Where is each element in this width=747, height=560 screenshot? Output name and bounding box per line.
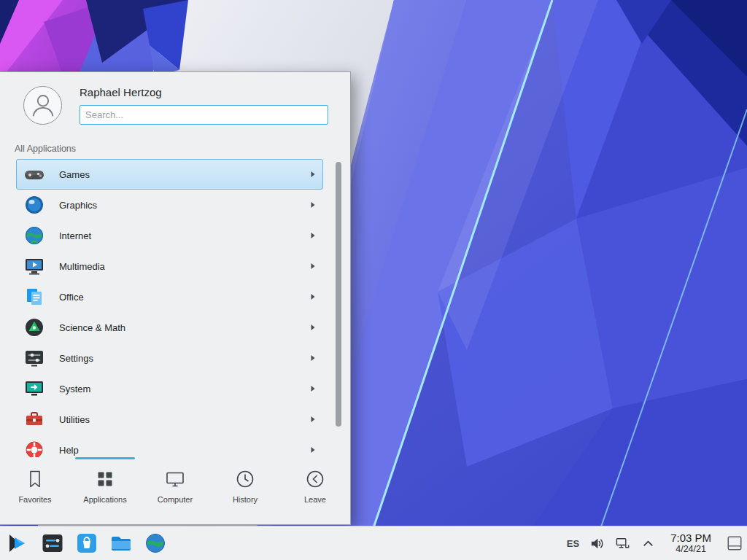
chevron-right-icon xyxy=(310,232,316,239)
utilities-icon xyxy=(24,409,44,429)
category-system[interactable]: System xyxy=(16,373,323,404)
system-tray: ES 7:03 PM 4/24/21 xyxy=(567,532,747,555)
settings-icon xyxy=(24,348,44,368)
user-avatar[interactable] xyxy=(23,86,62,125)
tab-computer[interactable]: Computer xyxy=(140,457,210,524)
chevron-right-icon xyxy=(310,416,316,423)
category-multimedia[interactable]: Multimedia xyxy=(16,251,323,281)
computer-monitor-icon xyxy=(164,468,186,490)
leave-icon xyxy=(304,468,326,490)
user-avatar-icon xyxy=(26,88,60,122)
application-launcher-button[interactable] xyxy=(7,532,30,555)
launcher-header: Raphael Hertzog xyxy=(0,72,350,138)
web-browser-button[interactable] xyxy=(144,532,167,555)
chevron-right-icon xyxy=(310,385,316,392)
clock-date: 4/24/21 xyxy=(670,544,711,554)
category-list-viewport: Games Graphics Internet Multimedia Offic… xyxy=(0,159,350,457)
tab-applications[interactable]: Applications xyxy=(70,457,140,524)
history-clock-icon xyxy=(234,468,256,490)
multimedia-icon xyxy=(24,256,44,276)
category-internet[interactable]: Internet xyxy=(16,220,323,251)
file-manager-icon xyxy=(110,532,132,554)
clock-time: 7:03 PM xyxy=(670,532,711,544)
graphics-icon xyxy=(24,195,44,215)
category-games[interactable]: Games xyxy=(16,159,323,190)
show-desktop-icon xyxy=(726,534,743,552)
favorites-bookmark-icon xyxy=(24,468,46,490)
category-office[interactable]: Office xyxy=(16,281,323,312)
file-manager-button[interactable] xyxy=(109,532,133,555)
chevron-right-icon xyxy=(310,324,316,331)
discover-icon xyxy=(76,532,98,554)
help-icon xyxy=(24,440,44,457)
show-desktop-button[interactable] xyxy=(726,534,743,552)
active-tab-indicator xyxy=(75,457,135,459)
scrollbar xyxy=(336,162,341,450)
category-utilities[interactable]: Utilities xyxy=(16,404,323,435)
chevron-right-icon xyxy=(310,446,316,454)
volume-icon[interactable] xyxy=(589,536,605,551)
desktop[interactable]: Raphael Hertzog All Applications Games G… xyxy=(0,0,747,560)
category-list: Games Graphics Internet Multimedia Offic… xyxy=(16,159,323,457)
office-icon xyxy=(24,287,44,307)
category-science-math[interactable]: Science & Math xyxy=(16,312,323,343)
scrollbar-thumb[interactable] xyxy=(336,162,341,427)
chevron-right-icon xyxy=(310,201,316,209)
tab-favorites[interactable]: Favorites xyxy=(0,457,70,524)
science-math-icon xyxy=(24,317,44,338)
web-browser-icon xyxy=(144,532,166,554)
launcher-tabbar: Favorites Applications Computer History … xyxy=(0,457,350,524)
chevron-right-icon xyxy=(310,354,316,362)
taskbar: ES 7:03 PM 4/24/21 xyxy=(0,526,747,560)
chevron-right-icon xyxy=(310,262,316,270)
user-name: Raphael Hertzog xyxy=(80,86,328,98)
taskbar-launchers xyxy=(0,532,167,555)
network-icon[interactable] xyxy=(615,536,630,551)
category-settings[interactable]: Settings xyxy=(16,343,323,373)
system-settings-button[interactable] xyxy=(41,532,64,555)
tray-icons xyxy=(589,536,656,551)
category-graphics[interactable]: Graphics xyxy=(16,190,323,220)
application-launcher-icon xyxy=(7,532,29,554)
chevron-right-icon xyxy=(310,171,316,178)
discover-button[interactable] xyxy=(75,532,98,555)
system-icon xyxy=(24,378,44,399)
chevron-right-icon xyxy=(310,293,316,300)
tab-leave[interactable]: Leave xyxy=(280,457,350,524)
keyboard-layout-indicator[interactable]: ES xyxy=(567,538,579,549)
internet-globe-icon xyxy=(24,225,44,246)
applications-grid-icon xyxy=(94,468,116,490)
tab-history[interactable]: History xyxy=(210,457,280,524)
search-input[interactable] xyxy=(80,105,328,125)
settings-tile-icon xyxy=(42,532,63,554)
category-help[interactable]: Help xyxy=(16,435,323,457)
application-launcher-menu: Raphael Hertzog All Applications Games G… xyxy=(0,71,351,525)
expand-caret-icon[interactable] xyxy=(640,536,656,551)
games-gamepad-icon xyxy=(24,164,44,184)
digital-clock[interactable]: 7:03 PM 4/24/21 xyxy=(670,532,711,555)
section-label: All Applications xyxy=(0,138,350,159)
